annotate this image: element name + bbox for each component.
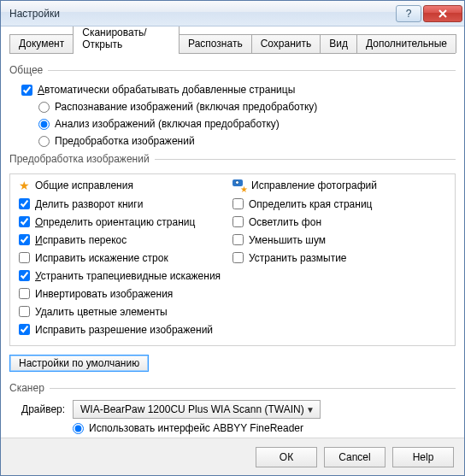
- orient-label[interactable]: Определить ориентацию страниц: [35, 216, 195, 228]
- preproc-right-title: Исправление фотографий: [251, 179, 377, 191]
- preproc-right-title-row: ★ Исправление фотографий: [232, 179, 446, 191]
- tab-advanced[interactable]: Дополнительные: [356, 34, 456, 53]
- preproc-left-title: Общие исправления: [35, 179, 133, 191]
- general-group: Автоматически обрабатывать добавленные с…: [21, 81, 456, 150]
- opt-preprocess-radio[interactable]: [38, 136, 50, 147]
- tab-scan-open[interactable]: Сканировать/Открыть: [73, 26, 180, 54]
- trapez-label[interactable]: Устранить трапециевидные искажения: [35, 270, 221, 282]
- fix-res-label[interactable]: Исправить разрешение изображений: [35, 324, 213, 336]
- preproc-legend: Предобработка изображений: [9, 153, 456, 165]
- defaults-button[interactable]: Настройки по умолчанию: [9, 355, 149, 372]
- preproc-col-left: ★ Общие исправления Делить разворот книг…: [19, 179, 232, 338]
- edges-checkbox[interactable]: [232, 198, 244, 209]
- tab-strip: Документ Сканировать/Открыть Распознать …: [9, 33, 456, 54]
- driver-label: Драйвер:: [21, 403, 73, 415]
- orient-checkbox[interactable]: [19, 216, 30, 227]
- lines-label[interactable]: Исправить искажение строк: [35, 252, 168, 264]
- auto-process-row: Автоматически обрабатывать добавленные с…: [21, 81, 456, 98]
- deblur-checkbox[interactable]: [232, 252, 244, 263]
- tab-save[interactable]: Сохранить: [251, 34, 321, 53]
- help-footer-button[interactable]: Help: [392, 447, 454, 467]
- camera-star-icon: ★: [232, 179, 246, 191]
- deskew-checkbox[interactable]: [19, 234, 30, 245]
- driver-value: WIA-BearPaw 1200CU Plus WIA Scann (TWAIN…: [80, 403, 304, 415]
- whiten-label[interactable]: Осветлить фон: [249, 216, 321, 228]
- deskew-label[interactable]: Исправить перекос: [35, 234, 127, 246]
- dialog-footer: ОК Cancel Help: [1, 438, 464, 475]
- whiten-checkbox[interactable]: [232, 216, 244, 227]
- settings-dialog: Настройки ? Документ Сканировать/Открыть…: [0, 0, 465, 476]
- invert-checkbox[interactable]: [19, 288, 30, 299]
- tab-view[interactable]: Вид: [320, 34, 357, 53]
- opt-recognize-row: Распознавание изображений (включая предо…: [38, 98, 456, 115]
- tab-document[interactable]: Документ: [9, 34, 74, 53]
- auto-process-label[interactable]: Автоматически обрабатывать добавленные с…: [38, 84, 295, 96]
- opt-recognize-label[interactable]: Распознавание изображений (включая предо…: [55, 101, 317, 113]
- help-button[interactable]: ?: [396, 5, 421, 22]
- trapez-checkbox[interactable]: [19, 270, 30, 281]
- denoise-checkbox[interactable]: [232, 234, 244, 245]
- split-checkbox[interactable]: [19, 198, 30, 209]
- preproc-left-title-row: ★ Общие исправления: [19, 179, 232, 191]
- chevron-down-icon: ▼: [306, 405, 315, 414]
- opt-analyze-label[interactable]: Анализ изображений (включая предобработк…: [55, 118, 280, 130]
- scanner-legend: Сканер: [9, 382, 456, 394]
- general-legend: Общее: [9, 64, 456, 76]
- close-icon: [438, 9, 448, 18]
- ok-button[interactable]: ОК: [256, 447, 317, 467]
- remove-color-checkbox[interactable]: [19, 306, 30, 317]
- tab-recognize[interactable]: Распознать: [179, 34, 252, 53]
- preproc-columns: ★ Общие исправления Делить разворот книг…: [19, 179, 446, 338]
- scanner-group: Драйвер: WIA-BearPaw 1200CU Plus WIA Sca…: [21, 399, 456, 438]
- deblur-label[interactable]: Устранить размытие: [249, 252, 347, 264]
- close-button[interactable]: [423, 5, 462, 22]
- window-controls: ?: [394, 5, 462, 22]
- opt-preprocess-row: Предобработка изображений: [38, 132, 456, 150]
- use-fr-interface-label[interactable]: Использовать интерфейс ABBYY FineReader: [89, 422, 303, 434]
- opt-analyze-row: Анализ изображений (включая предобработк…: [38, 115, 456, 132]
- preproc-fieldset: ★ Общие исправления Делить разворот книг…: [9, 173, 456, 346]
- star-icon: ★: [19, 179, 30, 191]
- titlebar: Настройки ?: [1, 1, 464, 26]
- opt-recognize-radio[interactable]: [38, 102, 50, 113]
- opt-preprocess-label[interactable]: Предобработка изображений: [55, 135, 195, 147]
- fix-res-checkbox[interactable]: [19, 324, 30, 335]
- opt-analyze-radio[interactable]: [38, 119, 50, 130]
- remove-color-label[interactable]: Удалить цветные элементы: [35, 306, 168, 318]
- edges-label[interactable]: Определить края страниц: [249, 198, 372, 210]
- invert-label[interactable]: Инвертировать изображения: [35, 288, 173, 300]
- cancel-button[interactable]: Cancel: [324, 447, 386, 467]
- auto-process-checkbox[interactable]: [21, 85, 32, 96]
- denoise-label[interactable]: Уменьшить шум: [249, 234, 326, 246]
- content-area: Документ Сканировать/Открыть Распознать …: [1, 26, 464, 438]
- driver-select[interactable]: WIA-BearPaw 1200CU Plus WIA Scann (TWAIN…: [73, 400, 321, 419]
- lines-checkbox[interactable]: [19, 252, 30, 263]
- use-fr-interface-radio[interactable]: [73, 423, 84, 434]
- preproc-col-right: ★ Исправление фотографий Определить края…: [232, 179, 446, 338]
- window-title: Настройки: [9, 8, 394, 20]
- split-label[interactable]: Делить разворот книги: [35, 198, 143, 210]
